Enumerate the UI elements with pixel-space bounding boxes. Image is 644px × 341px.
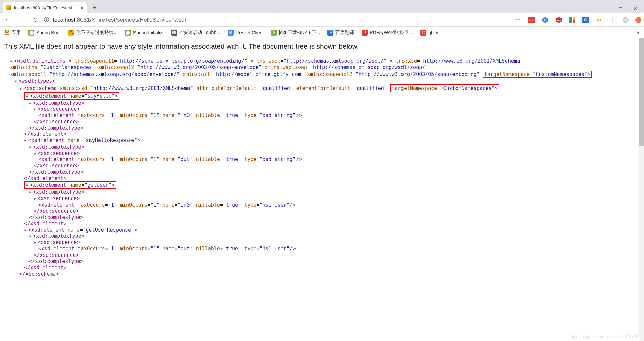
svg-rect-6	[569, 20, 572, 23]
collapse-icon[interactable]: ▼	[34, 107, 38, 112]
vertical-scrollbar[interactable]	[639, 38, 644, 341]
xml-line: </xsd:element>	[5, 131, 640, 137]
xml-line[interactable]: ▼<xsd:complexType>	[5, 189, 640, 195]
xml-line: <xsd:element maxOccurs="1" minOccurs="1"…	[5, 112, 640, 119]
xml-tree: ▼<wsdl:definitions xmlns:soapenc11="http…	[4, 58, 640, 277]
svg-text:ABP: ABP	[556, 19, 561, 21]
xml-line: xmlns:tns="CustomNamespaces" xmlns:soap1…	[5, 64, 640, 71]
reload-button[interactable]: ↻	[31, 16, 40, 24]
bookmark-gblfy[interactable]: Cgblfy	[420, 30, 438, 36]
collapse-icon[interactable]: ▼	[24, 228, 28, 233]
bookmarks-overflow[interactable]: »	[636, 29, 639, 36]
window-controls: — ▢ ✕	[603, 6, 644, 11]
site-info-icon[interactable]: ⓘ	[44, 17, 49, 23]
ext-translate-icon[interactable]: G	[582, 17, 589, 23]
spring-icon: ⬤	[28, 30, 34, 36]
svg-rect-5	[573, 17, 575, 20]
ext-divider: |	[609, 17, 616, 23]
xml-line[interactable]: ▼<xsd:complexType>	[5, 233, 640, 239]
xml-line[interactable]: ▼<xsd:element name="getUserResponse">	[5, 227, 640, 233]
xml-line[interactable]: ▼<xsd:sequence>	[5, 239, 640, 246]
collapse-icon[interactable]: ▼	[29, 101, 33, 106]
collapse-icon[interactable]: ▼	[29, 190, 33, 195]
xml-line[interactable]: ▼<xsd:sequence>	[5, 195, 640, 202]
bookmark-restlet[interactable]: RRestlet Client	[228, 30, 264, 36]
bookmark-pdf[interactable]: PPDF转Word转换器...	[362, 30, 413, 36]
xml-line: </xsd:complexType>	[5, 125, 640, 131]
collapse-icon[interactable]: ▼	[29, 145, 33, 150]
tab-favicon	[6, 5, 11, 10]
xml-line[interactable]: ▼<xsd:complexType>	[5, 100, 640, 106]
browser-tab[interactable]: localhost:8081/XFireTest/servi ×	[3, 2, 87, 13]
ext-hex-blue-icon[interactable]: R	[542, 17, 549, 23]
bookmark-spring-boot[interactable]: ⬤Spring Boot	[28, 30, 61, 36]
watermark: https://blog.csdn.net/weixin_40816738	[570, 334, 638, 339]
minimize-button[interactable]: —	[603, 6, 607, 11]
xml-line[interactable]: ▼<wsdl:types>	[5, 78, 640, 84]
apps-shortcut[interactable]: 应用	[5, 30, 21, 36]
url-host: localhost	[53, 17, 75, 23]
highlight-getuser: ▼<xsd:element name="getUser">	[24, 181, 116, 189]
collapse-icon[interactable]: ▼	[24, 139, 28, 144]
back-button[interactable]: ←	[3, 16, 13, 24]
jdk-icon: G	[271, 30, 277, 36]
xml-line: </xsd:sequence>	[5, 119, 640, 125]
bookmark-jdk[interactable]: Gjdk8下载-JDK 8下...	[271, 30, 320, 36]
xml-line[interactable]: ▼<wsdl:definitions xmlns:soapenc11="http…	[5, 58, 640, 64]
xml-line: <xsd:element maxOccurs="1" minOccurs="1"…	[5, 202, 640, 208]
address-bar: ← → ↻ ⓘ localhost:8081/XFireTest/service…	[0, 13, 644, 27]
restlet-icon: R	[228, 30, 234, 36]
xml-line: </xsd:schema>	[5, 271, 640, 277]
xml-line[interactable]: ▼<xsd:complexType>	[5, 144, 640, 150]
ext-multi-icon[interactable]	[569, 17, 576, 23]
bookmark-star-icon[interactable]: ☆	[515, 17, 521, 23]
ext-orange-icon[interactable]	[635, 17, 641, 23]
xml-line[interactable]: ▼<xsd:element name="sayHello">	[5, 92, 640, 100]
ext-infinity-icon[interactable]: ∞	[596, 17, 602, 23]
collapse-icon[interactable]: ▼	[26, 94, 30, 99]
collapse-icon[interactable]: ▼	[34, 241, 38, 245]
bookmark-spring-init[interactable]: ⬤Spring Initializr	[125, 30, 164, 36]
new-tab-button[interactable]: +	[90, 3, 99, 12]
svg-rect-4	[569, 17, 572, 20]
xml-line: <xsd:element maxOccurs="1" minOccurs="1"…	[5, 156, 640, 163]
collapse-icon[interactable]: ▼	[10, 59, 14, 64]
scrollbar-thumb[interactable]	[639, 38, 644, 146]
collapse-icon[interactable]: ▼	[26, 183, 30, 188]
maximize-button[interactable]: ▢	[618, 6, 623, 11]
ext-fe-icon[interactable]: FE	[528, 17, 535, 23]
collapse-icon[interactable]: ▼	[15, 79, 19, 84]
baidu-icon: 译	[327, 30, 333, 36]
collapse-icon[interactable]: ▼	[34, 152, 38, 156]
xml-line[interactable]: ▼<xsd:sequence>	[5, 106, 640, 112]
svg-rect-7	[573, 20, 575, 23]
xml-line: </xsd:element>	[5, 265, 640, 271]
close-window-button[interactable]: ✕	[633, 6, 637, 11]
bookmarks-bar: 应用 ⬤Spring Boot 思你不容错过的持续... ⬤Spring Ini…	[0, 27, 644, 38]
forward-button[interactable]: →	[17, 16, 27, 24]
svg-text:R: R	[544, 18, 546, 22]
bookmark-baidu[interactable]: 译百度翻译	[327, 30, 354, 36]
dubbo-icon: 📖	[171, 30, 177, 36]
highlight-sayhello: ▼<xsd:element name="sayHello">	[24, 92, 119, 100]
ext-abp-icon[interactable]: ABP	[555, 17, 562, 23]
highlight-target-ns-defs: targetNamespace="CustomNamespaces">	[483, 71, 592, 78]
xml-line[interactable]: ▼<xsd:element name="getUser">	[5, 181, 640, 189]
xml-line: </xsd:complexType>	[5, 169, 640, 175]
apps-label: 应用	[11, 30, 21, 36]
tab-close-icon[interactable]: ×	[80, 5, 83, 11]
highlight-target-ns-schema: targetNamespace="CustomNamespaces">	[390, 84, 499, 92]
collapse-icon[interactable]: ▼	[19, 87, 23, 91]
url-box[interactable]: localhost:8081/XFireTest/services/HelloS…	[53, 17, 186, 23]
url-path: /XFireTest/services/HelloService?wsdl	[90, 17, 186, 23]
xml-line[interactable]: ▼<xsd:sequence>	[5, 150, 640, 157]
bookmark-sift[interactable]: 思你不容错过的持续...	[68, 30, 118, 36]
xml-line[interactable]: ▼<xsd:schema xmlns:xsd="http://www.w3.or…	[5, 84, 640, 92]
xml-line: </xsd:sequence>	[5, 208, 640, 214]
tab-strip: localhost:8081/XFireTest/servi × + — ▢ ✕	[0, 0, 644, 13]
collapse-icon[interactable]: ▼	[29, 234, 33, 239]
bookmark-dubbo[interactable]: 📖2 快速启动 · dubb...	[171, 30, 220, 36]
xml-line[interactable]: ▼<xsd:element name="sayHelloResponse">	[5, 137, 640, 144]
ext-profile-icon[interactable]	[623, 17, 629, 23]
collapse-icon[interactable]: ▼	[34, 197, 38, 202]
